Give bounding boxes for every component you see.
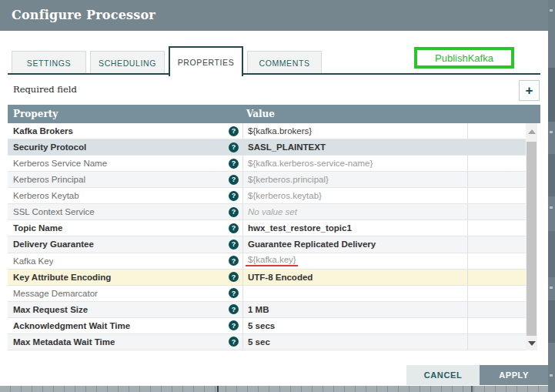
- property-value: 5 secs: [248, 321, 275, 330]
- tab-settings[interactable]: SETTINGS: [12, 51, 86, 74]
- row-extra-cell: [467, 123, 526, 139]
- table-row[interactable]: Kafka Key?${kafka.key}: [8, 253, 526, 270]
- table-scrollbar[interactable]: [526, 123, 537, 350]
- row-extra-cell: [467, 139, 526, 155]
- property-value-cell[interactable]: ${kafka.kerberos-service-name}: [242, 156, 467, 171]
- property-name: Kerberos Service Name: [13, 159, 107, 168]
- table-row[interactable]: Delivery Guarantee?Guarantee Replicated …: [8, 236, 526, 253]
- property-name-cell: Max Request Size?: [8, 302, 242, 317]
- property-value: 5 sec: [248, 337, 270, 347]
- property-value-cell[interactable]: 5 sec: [242, 334, 467, 350]
- property-value-cell[interactable]: [242, 286, 467, 301]
- column-header-value: Value: [246, 109, 275, 119]
- property-name-cell: Kafka Key?: [8, 253, 242, 269]
- table-row[interactable]: Message Demarcator?: [8, 286, 526, 302]
- tab-comments[interactable]: COMMENTS: [247, 51, 322, 74]
- table-row[interactable]: Kafka Brokers?${kafka.brokers}: [8, 123, 526, 139]
- add-property-button[interactable]: +: [519, 80, 540, 101]
- canvas-speck: [550, 374, 553, 377]
- table-row[interactable]: Security Protocol?SASL_PLAINTEXT: [8, 139, 526, 156]
- table-row[interactable]: Max Metadata Wait Time?5 sec: [8, 334, 526, 350]
- property-value: ${kerberos.keytab}: [248, 191, 322, 200]
- property-name-cell: Max Metadata Wait Time?: [8, 334, 242, 350]
- help-icon[interactable]: ?: [229, 256, 239, 266]
- property-name: Key Attribute Encoding: [13, 273, 111, 282]
- plus-icon: +: [526, 83, 533, 99]
- property-name: Message Demarcator: [13, 289, 98, 298]
- property-name-cell: Kerberos Service Name?: [8, 156, 242, 171]
- canvas-speck: [550, 286, 553, 289]
- row-extra-cell: [467, 172, 526, 187]
- help-icon[interactable]: ?: [229, 142, 239, 152]
- property-value: 1 MB: [248, 305, 269, 314]
- apply-button[interactable]: APPLY: [480, 365, 548, 385]
- row-extra-cell: [467, 302, 526, 317]
- table-row[interactable]: Key Attribute Encoding?UTF-8 Encoded: [8, 270, 526, 286]
- scroll-up-arrow-icon[interactable]: [528, 129, 536, 134]
- canvas-speck: [550, 131, 553, 133]
- scrollbar-thumb[interactable]: [527, 142, 537, 336]
- property-value-cell[interactable]: ${kerberos.principal}: [242, 172, 467, 187]
- canvas-grid-line: [471, 386, 473, 392]
- help-icon[interactable]: ?: [229, 207, 239, 217]
- help-icon[interactable]: ?: [229, 223, 239, 233]
- property-value-cell[interactable]: Guarantee Replicated Delivery: [242, 236, 467, 252]
- canvas-grid-line: [217, 386, 219, 392]
- help-icon[interactable]: ?: [229, 320, 239, 330]
- row-extra-cell: [467, 156, 526, 171]
- property-name-cell: Kafka Brokers?: [8, 123, 242, 139]
- table-row[interactable]: Max Request Size?1 MB: [8, 302, 526, 318]
- help-icon[interactable]: ?: [229, 337, 239, 347]
- property-value: UTF-8 Encoded: [248, 273, 313, 282]
- help-icon[interactable]: ?: [229, 191, 239, 201]
- help-icon[interactable]: ?: [229, 175, 239, 185]
- help-icon[interactable]: ?: [229, 272, 239, 282]
- required-field-label: Required field: [13, 84, 77, 95]
- help-icon[interactable]: ?: [229, 304, 239, 314]
- dialog-titlebar: Configure Processor: [0, 0, 548, 31]
- tab-scheduling[interactable]: SCHEDULING: [90, 51, 165, 74]
- row-extra-cell: [467, 270, 526, 285]
- property-name: Kafka Key: [13, 256, 53, 266]
- property-value: No value set: [248, 207, 297, 216]
- row-extra-cell: [467, 334, 526, 350]
- property-name-cell: Message Demarcator?: [8, 286, 242, 301]
- property-value-cell[interactable]: No value set: [242, 204, 467, 219]
- properties-table-header: Property Value: [8, 105, 540, 123]
- property-name: Kerberos Principal: [13, 175, 85, 184]
- row-extra-cell: [467, 236, 526, 252]
- property-name: Max Metadata Wait Time: [13, 337, 115, 347]
- canvas-fragment: [548, 300, 555, 343]
- table-row[interactable]: Acknowledgment Wait Time?5 secs: [8, 318, 526, 334]
- property-value-cell[interactable]: 1 MB: [242, 302, 467, 317]
- property-value-cell[interactable]: 5 secs: [242, 318, 467, 333]
- table-row[interactable]: SSL Context Service?No value set: [8, 204, 526, 220]
- help-icon[interactable]: ?: [229, 288, 239, 298]
- properties-table-body: Kafka Brokers?${kafka.brokers}Security P…: [8, 123, 526, 350]
- property-value-cell[interactable]: SASL_PLAINTEXT: [242, 139, 467, 155]
- property-value-cell[interactable]: hwx_test_restore_topic1: [242, 220, 467, 236]
- property-name: Security Protocol: [13, 142, 86, 152]
- row-extra-cell: [467, 204, 526, 219]
- property-value: ${kafka.key}: [246, 255, 298, 266]
- property-name: SSL Context Service: [13, 207, 95, 216]
- scroll-down-arrow-icon[interactable]: [528, 341, 536, 346]
- property-value-cell[interactable]: ${kafka.key}: [242, 253, 467, 269]
- property-value: ${kerberos.principal}: [248, 175, 329, 184]
- help-icon[interactable]: ?: [229, 240, 239, 250]
- row-extra-cell: [467, 188, 526, 203]
- cancel-button[interactable]: CANCEL: [406, 365, 480, 385]
- canvas-speck: [550, 9, 553, 12]
- help-icon[interactable]: ?: [229, 159, 239, 169]
- column-header-property: Property: [13, 109, 58, 119]
- help-icon[interactable]: ?: [229, 126, 239, 136]
- table-row[interactable]: Kerberos Keytab?${kerberos.keytab}: [8, 188, 526, 204]
- property-value-cell[interactable]: ${kerberos.keytab}: [242, 188, 467, 203]
- table-row[interactable]: Kerberos Service Name?${kafka.kerberos-s…: [8, 156, 526, 172]
- property-value: hwx_test_restore_topic1: [248, 223, 352, 233]
- table-row[interactable]: Topic Name?hwx_test_restore_topic1: [8, 220, 526, 236]
- property-value-cell[interactable]: UTF-8 Encoded: [242, 270, 467, 285]
- property-value-cell[interactable]: ${kafka.brokers}: [242, 123, 467, 139]
- table-row[interactable]: Kerberos Principal?${kerberos.principal}: [8, 172, 526, 188]
- tab-properties[interactable]: PROPERTIES: [169, 46, 243, 76]
